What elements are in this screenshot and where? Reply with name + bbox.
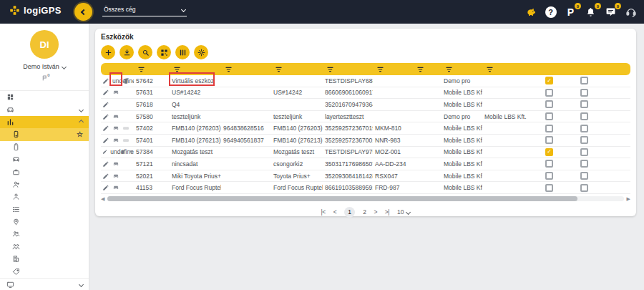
car-icon[interactable] [112, 113, 119, 120]
holazauto-checkbox[interactable] [545, 184, 553, 192]
scrollbar-track[interactable] [107, 196, 623, 201]
holazauto-checkbox[interactable]: ✓ [545, 148, 553, 156]
piggy-bank-icon[interactable] [524, 5, 537, 19]
filter-sort-icon[interactable] [377, 67, 384, 72]
parositva-checkbox[interactable] [580, 89, 588, 97]
car-icon[interactable] [112, 125, 119, 132]
filter-sort-icon[interactable] [138, 67, 145, 72]
pencil-icon[interactable] [102, 113, 109, 120]
holazauto-checkbox[interactable] [545, 172, 553, 180]
help-icon[interactable]: ? [544, 5, 557, 19]
avatar[interactable]: DI [30, 30, 59, 59]
export-button[interactable] [119, 45, 134, 59]
sim-icon[interactable] [122, 137, 130, 144]
scroll-left-icon[interactable]: ◀ [101, 196, 104, 202]
page-size-selector[interactable]: 10 [397, 208, 410, 216]
car-icon[interactable] [129, 148, 134, 155]
car-icon[interactable] [112, 173, 119, 180]
filter-sort-icon[interactable] [446, 67, 452, 72]
sidebar-item-felhaszn-l-k[interactable] [0, 178, 89, 190]
sidebar-item-ismert-pontok[interactable] [0, 216, 89, 228]
pencil-icon[interactable] [102, 89, 109, 96]
pencil-icon[interactable] [102, 184, 109, 191]
bell-icon[interactable]: 0 [584, 5, 597, 19]
settings-button[interactable] [194, 45, 208, 59]
parositva-checkbox[interactable] [580, 112, 588, 120]
scrollbar-thumb[interactable] [107, 196, 577, 201]
column-header-nev[interactable] [170, 67, 221, 72]
parositva-checkbox[interactable] [580, 100, 588, 108]
column-header-jarmu[interactable] [271, 67, 323, 72]
car-icon[interactable] [112, 160, 119, 168]
add-button[interactable] [101, 45, 115, 59]
qr-button[interactable] [157, 45, 171, 59]
holazauto-checkbox[interactable] [545, 125, 553, 132]
page-button-2[interactable]: 2 [363, 208, 366, 216]
next-page-button[interactable]: > [374, 208, 376, 216]
search-button[interactable] [138, 45, 152, 59]
support-icon[interactable] [624, 5, 638, 19]
column-header-viszontelado[interactable] [482, 67, 529, 72]
scroll-right-icon[interactable]: ▶ [627, 196, 630, 202]
parking-icon[interactable]: P 0 [564, 5, 577, 19]
parositva-checkbox[interactable] [580, 77, 588, 84]
pencil-icon[interactable] [102, 137, 109, 144]
user-menu[interactable]: Demo István [0, 63, 89, 70]
pencil-icon[interactable] [102, 160, 109, 168]
filter-sort-icon[interactable] [327, 67, 333, 72]
column-header-telefon[interactable] [413, 67, 441, 72]
parositva-checkbox[interactable] [580, 125, 588, 132]
sidebar-item-alapadatok[interactable] [0, 116, 89, 128]
trash-icon[interactable] [122, 77, 130, 84]
column-header-egyedi[interactable] [323, 67, 373, 72]
previous-page-button[interactable]: < [333, 208, 336, 216]
pencil-icon[interactable] [102, 173, 109, 180]
first-page-button[interactable]: |< [321, 208, 326, 216]
holazauto-checkbox[interactable] [545, 112, 553, 120]
sidebar-item-eszk-z-k[interactable]: ☆ [0, 128, 89, 140]
sidebar-item-munkasz-m[interactable] [0, 203, 89, 216]
filter-sort-icon[interactable] [487, 67, 493, 72]
holazauto-checkbox[interactable] [545, 89, 553, 97]
parositva-checkbox[interactable] [580, 172, 588, 180]
qr-icon[interactable]: undefined [110, 148, 117, 155]
parositva-checkbox[interactable] [580, 184, 588, 192]
columns-button[interactable] [175, 45, 190, 59]
holazauto-checkbox[interactable] [545, 136, 553, 144]
pencil-icon[interactable] [102, 125, 109, 132]
notification-flag-icon[interactable]: 0 [42, 74, 48, 82]
sim-icon[interactable] [122, 125, 130, 132]
filter-sort-icon[interactable] [417, 67, 424, 72]
pencil-icon[interactable] [102, 77, 109, 84]
chat-icon[interactable]: 0 [604, 5, 618, 19]
holazauto-checkbox[interactable]: ✓ [545, 77, 553, 84]
sidebar-item-csoportok[interactable] [0, 228, 89, 240]
holazauto-checkbox[interactable] [545, 160, 553, 168]
column-header-elofizeto[interactable] [441, 67, 482, 72]
sidebar-item-m-szerfal[interactable] [0, 91, 89, 103]
car-icon[interactable] [112, 184, 119, 191]
column-header-hugo[interactable] [221, 67, 271, 72]
column-header-rendszam[interactable] [373, 67, 413, 72]
pencil-icon[interactable] [102, 148, 107, 155]
sidebar-item-telephelyek[interactable] [0, 253, 89, 265]
parositva-checkbox[interactable] [580, 148, 588, 156]
sidebar-item-c-mk-k[interactable] [0, 265, 89, 277]
company-selector[interactable]: Összes cég [102, 6, 187, 16]
holazauto-checkbox[interactable] [545, 100, 553, 108]
sidebar-item-adminisztr-ci-[interactable] [0, 278, 89, 290]
sidebar-item-ibeacon-eszk-z-k[interactable] [0, 141, 89, 153]
favorite-star-icon[interactable]: ☆ [77, 130, 83, 138]
parositva-checkbox[interactable] [580, 160, 588, 168]
pencil-icon[interactable] [102, 101, 109, 108]
filter-sort-icon[interactable] [275, 67, 282, 72]
filter-sort-icon[interactable] [174, 67, 180, 72]
sidebar-item-szem-lyek[interactable] [0, 190, 89, 203]
car-icon[interactable] [112, 89, 119, 96]
sidebar-item-j-rm-vek[interactable] [0, 153, 89, 165]
sidebar-item-azonos-t-k[interactable] [0, 165, 89, 178]
column-header-id[interactable] [134, 67, 170, 72]
parositva-checkbox[interactable] [580, 136, 588, 144]
trash-icon[interactable] [120, 148, 125, 155]
qr-icon[interactable]: undefined [112, 77, 119, 84]
